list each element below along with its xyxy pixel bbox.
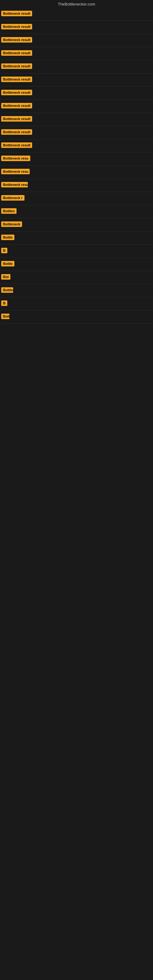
result-row-16: Bottlen xyxy=(0,205,153,218)
bottleneck-badge-20[interactable]: Bottle xyxy=(1,261,14,266)
bottleneck-badge-10[interactable]: Bottleneck result xyxy=(1,129,32,135)
bottleneck-badge-17[interactable]: Bottleneck xyxy=(1,221,22,227)
bottleneck-badge-8[interactable]: Bottleneck result xyxy=(1,103,32,108)
result-row-17: Bottleneck xyxy=(0,218,153,232)
result-row-11: Bottleneck result xyxy=(0,139,153,153)
bottleneck-badge-9[interactable]: Bottleneck result xyxy=(1,116,32,122)
bottleneck-badge-16[interactable]: Bottlen xyxy=(1,208,16,214)
site-title: TheBottlenecker.com xyxy=(0,0,153,8)
result-row-18: Bottle xyxy=(0,232,153,245)
result-row-4: Bottleneck result xyxy=(0,47,153,60)
result-row-21: Bot xyxy=(0,271,153,284)
page-wrapper: TheBottlenecker.com Bottleneck resultBot… xyxy=(0,0,153,980)
result-row-22: Bottlene xyxy=(0,284,153,298)
result-row-12: Bottleneck resu xyxy=(0,153,153,166)
bottleneck-badge-24[interactable]: Bott xyxy=(1,313,10,319)
result-row-13: Bottleneck resu xyxy=(0,166,153,179)
bottleneck-badge-3[interactable]: Bottleneck result xyxy=(1,37,32,43)
result-row-9: Bottleneck result xyxy=(0,113,153,126)
bottleneck-badge-19[interactable]: B xyxy=(1,248,7,253)
bottleneck-badge-1[interactable]: Bottleneck result xyxy=(1,11,32,16)
bottleneck-badge-23[interactable]: B xyxy=(1,301,7,306)
bottleneck-badge-21[interactable]: Bot xyxy=(1,274,10,280)
bottleneck-badge-22[interactable]: Bottlene xyxy=(1,287,13,293)
bottleneck-badge-4[interactable]: Bottleneck result xyxy=(1,50,32,56)
bottleneck-badge-14[interactable]: Bottleneck resu xyxy=(1,182,28,188)
result-row-15: Bottleneck r xyxy=(0,192,153,205)
bottleneck-badge-6[interactable]: Bottleneck result xyxy=(1,76,32,82)
result-row-5: Bottleneck result xyxy=(0,60,153,73)
result-row-10: Bottleneck result xyxy=(0,126,153,139)
bottleneck-badge-5[interactable]: Bottleneck result xyxy=(1,64,32,69)
results-list: Bottleneck resultBottleneck resultBottle… xyxy=(0,8,153,324)
bottleneck-badge-2[interactable]: Bottleneck result xyxy=(1,24,32,29)
result-row-24: Bott xyxy=(0,310,153,324)
result-row-23: B xyxy=(0,298,153,310)
result-row-1: Bottleneck result xyxy=(0,8,153,21)
result-row-7: Bottleneck result xyxy=(0,87,153,100)
result-row-8: Bottleneck result xyxy=(0,100,153,113)
result-row-6: Bottleneck result xyxy=(0,73,153,87)
bottleneck-badge-13[interactable]: Bottleneck resu xyxy=(1,169,30,174)
result-row-20: Bottle xyxy=(0,258,153,271)
result-row-2: Bottleneck result xyxy=(0,21,153,34)
result-row-19: B xyxy=(0,245,153,258)
bottleneck-badge-12[interactable]: Bottleneck resu xyxy=(1,156,30,161)
result-row-14: Bottleneck resu xyxy=(0,179,153,192)
bottleneck-badge-15[interactable]: Bottleneck r xyxy=(1,195,24,200)
bottleneck-badge-18[interactable]: Bottle xyxy=(1,235,14,240)
bottleneck-badge-11[interactable]: Bottleneck result xyxy=(1,142,32,148)
result-row-3: Bottleneck result xyxy=(0,34,153,47)
bottleneck-badge-7[interactable]: Bottleneck result xyxy=(1,90,32,95)
